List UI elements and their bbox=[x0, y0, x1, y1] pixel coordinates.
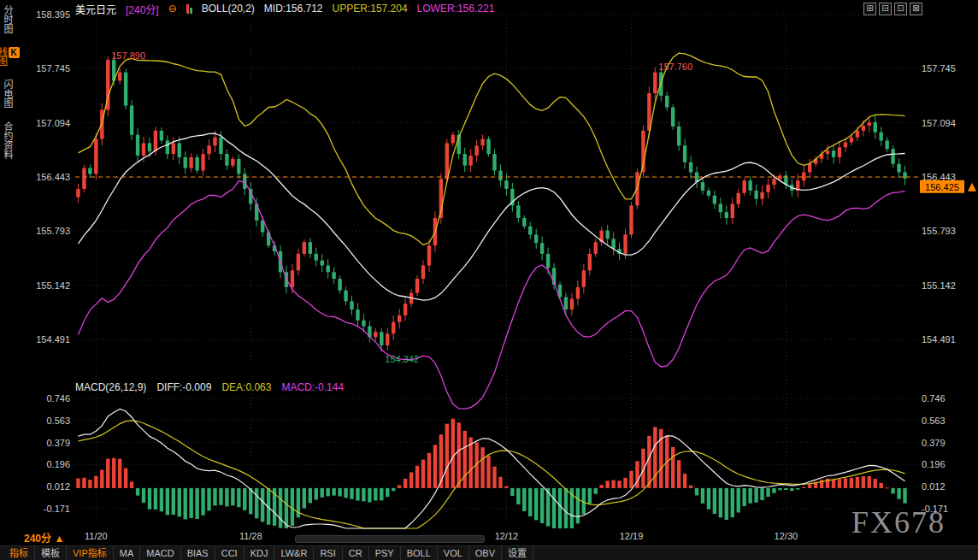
toolbar-item-templates[interactable]: 模板 bbox=[35, 546, 67, 560]
macd-histogram-bar bbox=[166, 488, 169, 515]
macd-histogram-bar bbox=[404, 479, 407, 488]
macd-histogram-bar bbox=[778, 488, 781, 490]
toolbar-item-cr[interactable]: CR bbox=[343, 546, 369, 560]
macd-histogram-bar bbox=[326, 488, 329, 496]
macd-histogram-bar bbox=[184, 488, 187, 519]
toolbar-item-lwr[interactable]: LW&R bbox=[274, 546, 314, 560]
macd-axis-label-left: 0.563 bbox=[46, 416, 70, 426]
candle-body bbox=[874, 122, 877, 133]
sidebar: 分时图K线图闪电图合约资料 bbox=[0, 5, 15, 159]
toolbar-item-vol[interactable]: VOL bbox=[438, 546, 469, 560]
macd-histogram-bar bbox=[862, 476, 865, 488]
grid-layout-icon[interactable]: ⊞ bbox=[863, 3, 876, 15]
last-price-badge-value: 156.425 bbox=[925, 182, 959, 192]
macd-histogram-bar bbox=[219, 488, 222, 505]
macd-histogram-bar bbox=[201, 488, 204, 516]
candle-body bbox=[653, 73, 657, 93]
indicator-menu-icon[interactable]: ⊖ bbox=[168, 3, 177, 15]
candle-body bbox=[611, 239, 615, 249]
candle-body bbox=[201, 154, 204, 170]
macd-histogram-bar bbox=[719, 488, 722, 517]
toolbar-item-macd[interactable]: MACD bbox=[140, 546, 180, 560]
price-axis-label-left: 157.094 bbox=[36, 118, 70, 128]
macd-histogram-bar bbox=[154, 488, 157, 510]
toolbar-item-indicators[interactable]: 指标 bbox=[3, 546, 35, 560]
candle-body bbox=[88, 168, 91, 174]
candle-body bbox=[879, 133, 882, 141]
macd-histogram-bar bbox=[534, 488, 538, 520]
macd-histogram-bar bbox=[148, 488, 151, 510]
macd-histogram-bar bbox=[451, 419, 455, 488]
candle-body bbox=[868, 122, 871, 126]
macd-histogram-bar bbox=[237, 488, 240, 507]
macd-histogram-bar bbox=[249, 488, 252, 514]
candle-body bbox=[267, 233, 270, 246]
toolbar-item-kdj[interactable]: KDJ bbox=[244, 546, 275, 560]
candle-body bbox=[588, 254, 592, 270]
macd-histogram-bar bbox=[106, 458, 109, 487]
candle-body bbox=[303, 242, 306, 254]
candle-body bbox=[802, 172, 805, 180]
toolbar-item-boll[interactable]: BOLL bbox=[401, 546, 438, 560]
macd-histogram-bar bbox=[707, 488, 710, 510]
sidebar-item-k-line-chart[interactable]: K线图 bbox=[0, 47, 20, 66]
candle-body bbox=[243, 174, 246, 189]
toolbar-item-obv[interactable]: OBV bbox=[469, 546, 502, 560]
candle-body bbox=[713, 196, 716, 204]
toolbar-item-settings[interactable]: 设置 bbox=[502, 546, 533, 560]
window-controls: ⊞⊟⊡⊠ bbox=[863, 3, 922, 15]
candle-body bbox=[570, 298, 574, 309]
macd-histogram-bar bbox=[754, 488, 757, 503]
price-axis-label-left: 158.395 bbox=[36, 9, 70, 20]
macd-axis-label-left: 0.746 bbox=[46, 393, 70, 404]
macd-histogram-bar bbox=[130, 481, 133, 488]
macd-histogram-bar bbox=[225, 488, 228, 506]
macd-histogram-bar bbox=[100, 469, 103, 487]
candle-body bbox=[427, 245, 431, 265]
macd-histogram-bar bbox=[124, 469, 127, 488]
candle-body bbox=[297, 254, 300, 270]
price-arrow-icon bbox=[968, 183, 976, 192]
period-label[interactable]: [240分] bbox=[126, 2, 159, 16]
candle-body bbox=[498, 171, 502, 181]
macd-histogram-bar bbox=[368, 488, 371, 503]
macd-histogram-bar bbox=[172, 488, 175, 515]
sidebar-item-label: 闪电图 bbox=[3, 80, 13, 108]
candle-body bbox=[231, 159, 234, 166]
macd-histogram-bar bbox=[528, 488, 532, 516]
period-selector[interactable]: 240分 ▲ bbox=[24, 530, 64, 545]
toolbar-item-ma[interactable]: MA bbox=[114, 546, 141, 560]
candle-body bbox=[725, 212, 728, 218]
chart-scrollbar[interactable] bbox=[295, 535, 485, 543]
macd-diff-value: DIFF:-0.009 bbox=[156, 381, 211, 393]
macd-histogram-bar bbox=[285, 488, 288, 528]
candle-body bbox=[582, 270, 586, 286]
macd-histogram-bar bbox=[856, 477, 859, 488]
sidebar-item-contract-info[interactable]: 合约资料 bbox=[1, 121, 14, 159]
single-window-icon[interactable]: ⊟ bbox=[879, 3, 892, 15]
toolbar-item-bias[interactable]: BIAS bbox=[181, 546, 215, 560]
toolbar-item-vip-indicators[interactable]: VIP指标 bbox=[67, 546, 114, 560]
macd-histogram-bar bbox=[409, 472, 413, 488]
sidebar-item-lightning-chart[interactable]: 闪电图 bbox=[1, 80, 14, 108]
candle-body bbox=[677, 127, 680, 145]
toolbar-item-rsi[interactable]: RSI bbox=[314, 546, 342, 560]
chart-canvas[interactable]: 158.395157.745157.745157.094157.094156.4… bbox=[0, 0, 978, 560]
cascade-windows-icon[interactable]: ⊡ bbox=[894, 3, 907, 15]
toolbar-item-cci[interactable]: CCI bbox=[215, 546, 244, 560]
candle-body bbox=[178, 143, 181, 157]
macd-histogram-bar bbox=[433, 445, 437, 488]
sidebar-item-time-share-chart[interactable]: 分时图 bbox=[1, 5, 14, 33]
candle-body bbox=[760, 192, 763, 199]
candle-body bbox=[309, 242, 312, 254]
macd-histogram-bar bbox=[136, 488, 139, 496]
macd-histogram-bar bbox=[279, 488, 282, 528]
candle-body bbox=[225, 154, 228, 166]
candle-body bbox=[404, 304, 407, 315]
macd-histogram-bar bbox=[558, 488, 562, 528]
candle-body bbox=[742, 180, 745, 193]
maximize-window-icon[interactable]: ⊠ bbox=[910, 3, 922, 15]
macd-histogram-bar bbox=[462, 431, 466, 488]
toolbar-item-psy[interactable]: PSY bbox=[369, 546, 401, 560]
candle-body bbox=[862, 126, 865, 131]
